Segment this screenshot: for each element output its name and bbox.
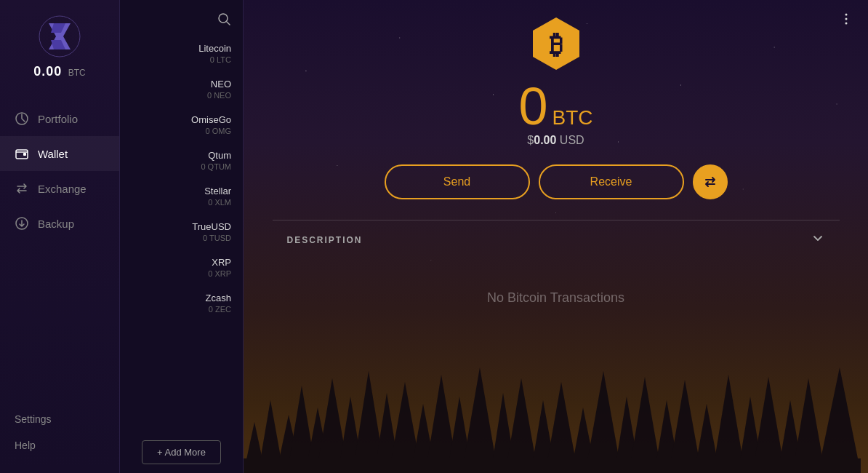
backup-label: Backup (38, 218, 74, 230)
btc-amount: 0 (518, 80, 547, 132)
svg-rect-41 (244, 458, 861, 473)
backup-icon (15, 216, 29, 231)
settings-item[interactable]: Settings (0, 406, 119, 432)
svg-point-9 (219, 14, 228, 23)
svg-point-44 (845, 23, 848, 25)
exchange-label: Exchange (38, 183, 87, 195)
logo-area: 0.00 BTC (0, 15, 119, 79)
sidebar-balance-unit: BTC (68, 68, 86, 78)
swap-button[interactable] (693, 164, 728, 199)
svg-marker-23 (462, 367, 498, 473)
trees-silhouette (244, 313, 861, 473)
list-item[interactable]: XRP 0 XRP (120, 250, 243, 285)
list-item[interactable]: NEO 0 NEO (120, 71, 243, 107)
svg-text:₿: ₿ (550, 30, 563, 60)
more-options-menu[interactable] (839, 12, 853, 30)
sidebar-item-wallet[interactable]: Wallet (0, 136, 119, 171)
chevron-down-icon[interactable] (811, 231, 825, 249)
svg-marker-29 (585, 371, 622, 473)
wallet-label: Wallet (38, 148, 68, 160)
sidebar-bottom: Settings Help (0, 406, 119, 458)
list-item[interactable]: OmiseGo 0 OMG (120, 107, 243, 143)
description-bar: DESCRIPTION (273, 220, 840, 259)
svg-rect-7 (23, 153, 26, 156)
portfolio-label: Portfolio (38, 113, 78, 125)
usd-amount: 0.00 (534, 134, 556, 146)
sidebar-item-backup[interactable]: Backup (0, 206, 119, 241)
send-button[interactable]: Send (385, 164, 530, 199)
nav-items: Portfolio Wallet Exchange Backup (0, 101, 119, 406)
btc-hexagon-icon: ₿ (527, 15, 585, 73)
list-item[interactable]: Litecoin 0 LTC (120, 36, 243, 71)
btc-amount-row: 0 BTC (518, 80, 592, 132)
usd-prefix: $ (527, 134, 534, 146)
app-logo (38, 15, 81, 58)
exchange-icon (15, 181, 29, 196)
usd-suffix: USD (560, 134, 584, 146)
sidebar-balance: 0.00 (33, 64, 62, 79)
action-buttons: Send Receive (385, 164, 728, 199)
svg-marker-40 (818, 367, 861, 473)
coin-list-header (120, 0, 243, 36)
sidebar: 0.00 BTC Portfolio Wallet Exchange (0, 0, 120, 473)
description-label: DESCRIPTION (287, 235, 363, 245)
sidebar-item-exchange[interactable]: Exchange (0, 171, 119, 206)
list-item[interactable]: Qtum 0 QTUM (120, 143, 243, 178)
svg-marker-35 (712, 375, 745, 473)
svg-point-43 (845, 18, 848, 20)
main-content: ₿ 0 BTC $0.00 USD Send Receive DESCRIPT (244, 0, 868, 473)
no-transactions-text: No Bitcoin Transactions (487, 290, 624, 306)
portfolio-icon (15, 111, 29, 126)
btc-unit: BTC (552, 106, 593, 130)
add-more-button[interactable]: + Add More (142, 440, 221, 464)
list-item[interactable]: Zcash 0 ZEC (120, 285, 243, 321)
search-icon[interactable] (217, 12, 231, 30)
help-item[interactable]: Help (0, 432, 119, 458)
list-item[interactable]: TrueUSD 0 TUSD (120, 214, 243, 250)
sidebar-item-portfolio[interactable]: Portfolio (0, 101, 119, 136)
receive-button[interactable]: Receive (539, 164, 684, 199)
coin-list: Litecoin 0 LTC NEO 0 NEO OmiseGo 0 OMG Q… (120, 0, 244, 473)
wallet-icon (15, 146, 29, 161)
balance-display: 0.00 BTC (33, 64, 86, 79)
coin-items: Litecoin 0 LTC NEO 0 NEO OmiseGo 0 OMG Q… (120, 36, 243, 432)
svg-point-42 (845, 14, 848, 16)
usd-row: $0.00 USD (527, 134, 584, 147)
list-item[interactable]: Stellar 0 XLM (120, 178, 243, 214)
main-inner: ₿ 0 BTC $0.00 USD Send Receive DESCRIPT (244, 0, 868, 259)
